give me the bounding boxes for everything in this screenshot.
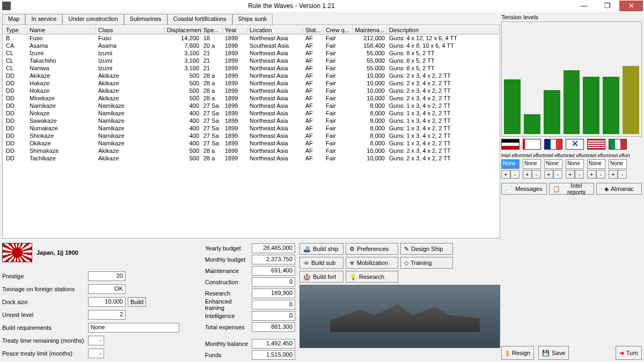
build-ship-button[interactable]: 🚢Build ship [299, 243, 343, 255]
column-header[interactable]: Location [247, 26, 303, 34]
tab-coastal-fortifications[interactable]: Coastal fortifications [167, 14, 232, 25]
intel-minus-button[interactable]: - [575, 170, 584, 179]
close-button[interactable]: ✕ [619, 1, 643, 11]
table-row[interactable]: DDNumakazeNamikaze40027 Sa1899Northeast … [4, 124, 499, 132]
cell-loc: Northeast Asia [247, 94, 303, 102]
intel-label: Intel effort [501, 153, 519, 158]
intel-minus-button[interactable]: - [553, 170, 562, 179]
nation-flags [501, 139, 642, 150]
table-row[interactable]: DDShiokazeNamikaze40027 Sa1899Northeast … [4, 132, 499, 139]
column-header[interactable]: Stat... [303, 26, 324, 34]
column-header[interactable]: Maintena... [353, 26, 387, 34]
column-header[interactable]: Description [387, 26, 499, 34]
maximize-button[interactable]: ❐ [596, 1, 619, 11]
cell-class: Fuso [96, 34, 165, 42]
intel-reports-button[interactable]: 📋Intel reports [549, 183, 595, 195]
research-button[interactable]: 💡Research [346, 271, 398, 283]
table-row[interactable]: DDAkikazeAkikaze50028 a1899Northeast Asi… [4, 72, 499, 79]
intel-plus-button[interactable]: + [566, 170, 575, 179]
intel-minus-button[interactable]: - [596, 170, 605, 179]
intel-minus-button[interactable]: - [532, 170, 541, 179]
in-value: 0 [252, 311, 295, 321]
tab-under-construction[interactable]: Under construction [62, 14, 123, 25]
cell-crew: Fair [324, 102, 353, 109]
intel-plus-button[interactable]: + [609, 170, 618, 179]
fn_l: Funds [205, 352, 252, 358]
intel-plus-button[interactable]: + [523, 170, 532, 179]
column-header[interactable]: Year [223, 26, 247, 34]
cell-disp: 400 [165, 124, 201, 132]
intel-plus-button[interactable]: + [544, 170, 553, 179]
column-header[interactable]: Displacement [165, 26, 201, 34]
cell-loc: Southeast Asia [247, 42, 303, 49]
intel-plus-button[interactable]: + [501, 170, 510, 179]
titlebar: Rule the Waves - Version 1.21 — ❐ ✕ [0, 0, 644, 12]
tension-bar [564, 70, 580, 134]
cell-spe: 21 [201, 64, 223, 72]
cell-class: Izumi [96, 57, 165, 64]
cell-desc: Guns: 2 x 3, 4 x 2, 2 TT [387, 87, 499, 94]
table-row[interactable]: BFusoFuso14,200181899Northeast AsiaAFFai… [4, 34, 499, 42]
almanac-button[interactable]: ◈Almanac [596, 183, 642, 195]
table-row[interactable]: CLNaniwaIzumi3,100211899Northeast AsiaAF… [4, 64, 499, 72]
table-row[interactable]: DDMinekazeAkikaze50028 a1899Northeast As… [4, 94, 499, 102]
tab-submarines[interactable]: Submarines [124, 14, 167, 25]
column-header[interactable]: Class [96, 26, 165, 34]
preferences-button[interactable]: ⚙Preferences [346, 243, 398, 255]
fn-value: 1,515,000 [252, 350, 295, 360]
cell-name: Okikaze [27, 139, 96, 147]
mn-value: 691,400 [252, 266, 295, 276]
column-header[interactable]: Type [4, 26, 27, 34]
intel-input[interactable]: None [566, 159, 584, 169]
cell-name: Sawakaze [27, 117, 96, 124]
intel-input[interactable]: None [587, 159, 605, 169]
tab-ships-sunk[interactable]: Ships sunk [232, 14, 273, 25]
build-sub-button[interactable]: ⌯Build sub [299, 257, 343, 269]
tab-map[interactable]: Map [2, 14, 25, 25]
column-header[interactable]: Name [27, 26, 96, 34]
build-dock-button[interactable]: Build [128, 297, 146, 307]
column-header[interactable]: Spe... [201, 26, 223, 34]
table-row[interactable]: DDSawakazeNamikaze40027 Sa1899Northeast … [4, 117, 499, 124]
table-row[interactable]: DDNokazeNamikaze40027 Sa1899Northeast As… [4, 109, 499, 117]
minimize-button[interactable]: — [572, 1, 596, 11]
cell-loc: Northeast Asia [247, 87, 303, 94]
table-row[interactable]: DDNamikazeNamikaze40027 Sa1899Northeast … [4, 102, 499, 109]
build-req-label: Build requirements [2, 324, 88, 331]
table-row[interactable]: DDHakazeAkikaze50028 a1899Northeast Asia… [4, 79, 499, 87]
table-row[interactable]: DDHokazeAkikaze50028 a1899Northeast Asia… [4, 87, 499, 94]
table-row[interactable]: CAAsamaAsama7,60020 a1899Southeast AsiaA… [4, 42, 499, 49]
table-row[interactable]: DDTachikazeAkikaze50028 a1899Northeast A… [4, 154, 499, 162]
build-fort-button[interactable]: 🏰Build fort [299, 271, 343, 283]
cell-desc: Guns: 8 x 5, 2 TT [387, 57, 499, 64]
intel-label: Intel effort [587, 153, 605, 158]
cell-maint: 158,400 [353, 42, 387, 49]
intel-input[interactable]: None [544, 159, 562, 169]
training-button[interactable]: ◇Training [400, 257, 453, 269]
table-row[interactable]: DDShimakazeAkikaze50028 a1899Northeast A… [4, 147, 499, 154]
cell-desc: Guns: 1 x 3, 4 x 2, 2 TT [387, 132, 499, 139]
intel-minus-button[interactable]: - [510, 170, 519, 179]
cell-name: Namikaze [27, 102, 96, 109]
table-row[interactable]: DDOkikazeNamikaze40027 Sa1899Northeast A… [4, 139, 499, 147]
tab-in-service[interactable]: In service [25, 14, 62, 25]
table-row[interactable]: CLIzumiIzumi3,100211899Northeast AsiaAFF… [4, 49, 499, 57]
cell-maint: 212,000 [353, 34, 387, 42]
intel-input[interactable]: None [523, 159, 541, 169]
turn-button[interactable]: ➜Turn [616, 346, 642, 360]
intel-input[interactable]: None [609, 159, 627, 169]
ships-table[interactable]: TypeNameClassDisplacementSpe...YearLocat… [2, 25, 500, 239]
save-button[interactable]: 💾Save [538, 346, 569, 360]
intel-minus-button[interactable]: - [618, 170, 627, 179]
intel-input[interactable]: None [501, 159, 519, 169]
mobilization-button[interactable]: ☣Mobilization [346, 257, 398, 269]
cell-type: DD [4, 147, 27, 154]
cell-stat: AF [303, 79, 324, 87]
column-header[interactable]: Crew q... [324, 26, 353, 34]
design-ship-button[interactable]: ✎Design Ship [400, 243, 453, 255]
table-row[interactable]: CLTakachihoIzumi3,100211899Northeast Asi… [4, 57, 499, 64]
messages-button[interactable]: 📄Messages [501, 183, 547, 195]
cell-year: 1899 [223, 64, 247, 72]
resign-button[interactable]: ❚Resign [501, 346, 534, 360]
intel-plus-button[interactable]: + [587, 170, 596, 179]
